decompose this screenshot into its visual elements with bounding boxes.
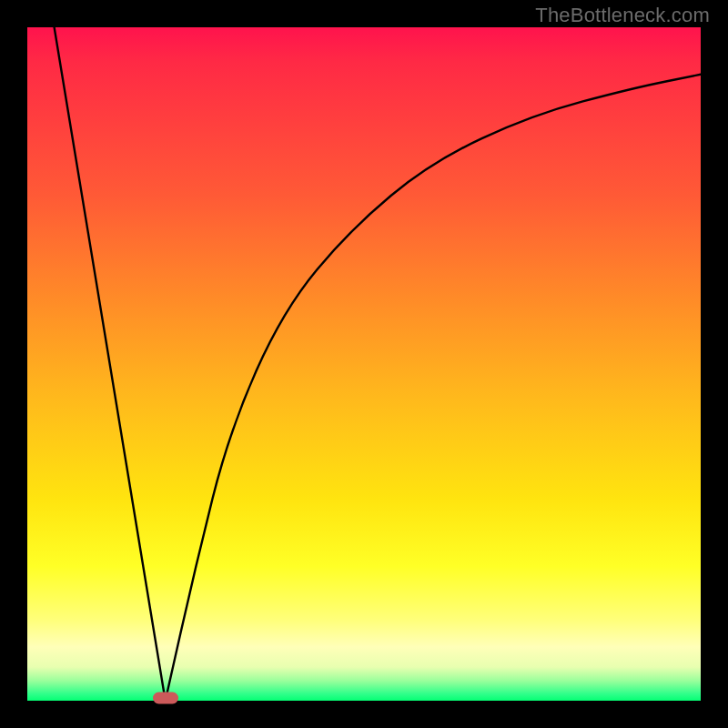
chart-frame: TheBottleneck.com — [0, 0, 728, 728]
optimal-marker-icon — [153, 693, 178, 704]
bottleneck-curve — [27, 27, 701, 701]
curve-path — [55, 27, 701, 701]
plot-area — [27, 27, 701, 701]
watermark-text: TheBottleneck.com — [535, 4, 710, 27]
